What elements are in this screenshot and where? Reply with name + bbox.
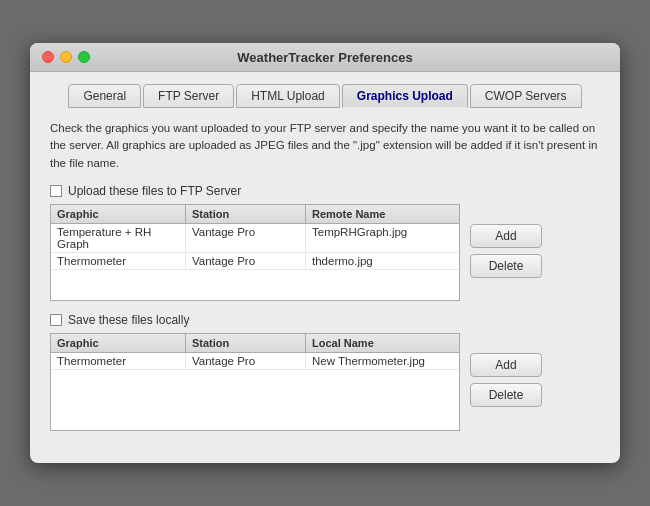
preferences-window: WeatherTracker Preferences General FTP S… [30, 43, 620, 463]
local-checkbox-label: Save these files locally [68, 313, 189, 327]
description-text: Check the graphics you want uploaded to … [50, 120, 600, 172]
ftp-row2-station: Vantage Pro [186, 253, 306, 269]
local-table-spacer2 [51, 400, 459, 430]
ftp-col-graphic: Graphic [51, 205, 186, 223]
local-delete-button[interactable]: Delete [470, 383, 542, 407]
maximize-button[interactable] [78, 51, 90, 63]
tab-graphics-upload[interactable]: Graphics Upload [342, 84, 468, 108]
minimize-button[interactable] [60, 51, 72, 63]
ftp-checkbox[interactable] [50, 185, 62, 197]
ftp-table-header: Graphic Station Remote Name [51, 205, 459, 224]
tab-general[interactable]: General [68, 84, 141, 108]
tab-ftp-server[interactable]: FTP Server [143, 84, 234, 108]
local-row1-local-name: New Thermometer.jpg [306, 353, 459, 369]
local-table: Graphic Station Local Name Thermometer V… [50, 333, 460, 431]
local-section-body: Graphic Station Local Name Thermometer V… [50, 333, 600, 431]
tab-bar: General FTP Server HTML Upload Graphics … [50, 84, 600, 108]
ftp-section: Upload these files to FTP Server Graphic… [50, 184, 600, 301]
tab-cwop-servers[interactable]: CWOP Servers [470, 84, 582, 108]
close-button[interactable] [42, 51, 54, 63]
tab-html-upload[interactable]: HTML Upload [236, 84, 340, 108]
local-add-button[interactable]: Add [470, 353, 542, 377]
ftp-row2-remote-name: thdermo.jpg [306, 253, 459, 269]
local-col-local-name: Local Name [306, 334, 459, 352]
local-table-header: Graphic Station Local Name [51, 334, 459, 353]
local-row1-graphic: Thermometer [51, 353, 186, 369]
local-row1-station: Vantage Pro [186, 353, 306, 369]
local-table-wrapper: Graphic Station Local Name Thermometer V… [50, 333, 460, 431]
ftp-section-header: Upload these files to FTP Server [50, 184, 600, 198]
local-table-spacer [51, 370, 459, 400]
local-section-header: Save these files locally [50, 313, 600, 327]
ftp-section-body: Graphic Station Remote Name Temperature … [50, 204, 600, 301]
ftp-buttons: Add Delete [470, 224, 542, 278]
ftp-col-station: Station [186, 205, 306, 223]
ftp-table: Graphic Station Remote Name Temperature … [50, 204, 460, 301]
title-bar: WeatherTracker Preferences [30, 43, 620, 72]
ftp-checkbox-label: Upload these files to FTP Server [68, 184, 241, 198]
table-row[interactable]: Temperature + RH Graph Vantage Pro TempR… [51, 224, 459, 253]
ftp-col-remote-name: Remote Name [306, 205, 459, 223]
local-section: Save these files locally Graphic Station… [50, 313, 600, 431]
window-content: General FTP Server HTML Upload Graphics … [30, 72, 620, 463]
table-row[interactable]: Thermometer Vantage Pro thdermo.jpg [51, 253, 459, 270]
traffic-lights [42, 51, 90, 63]
ftp-add-button[interactable]: Add [470, 224, 542, 248]
window-title: WeatherTracker Preferences [237, 50, 412, 65]
ftp-row1-station: Vantage Pro [186, 224, 306, 252]
ftp-delete-button[interactable]: Delete [470, 254, 542, 278]
ftp-row2-graphic: Thermometer [51, 253, 186, 269]
table-row[interactable]: Thermometer Vantage Pro New Thermometer.… [51, 353, 459, 370]
local-checkbox[interactable] [50, 314, 62, 326]
local-col-station: Station [186, 334, 306, 352]
local-buttons: Add Delete [470, 353, 542, 407]
ftp-row1-graphic: Temperature + RH Graph [51, 224, 186, 252]
ftp-table-wrapper: Graphic Station Remote Name Temperature … [50, 204, 460, 301]
local-col-graphic: Graphic [51, 334, 186, 352]
ftp-row1-remote-name: TempRHGraph.jpg [306, 224, 459, 252]
ftp-table-spacer [51, 270, 459, 300]
